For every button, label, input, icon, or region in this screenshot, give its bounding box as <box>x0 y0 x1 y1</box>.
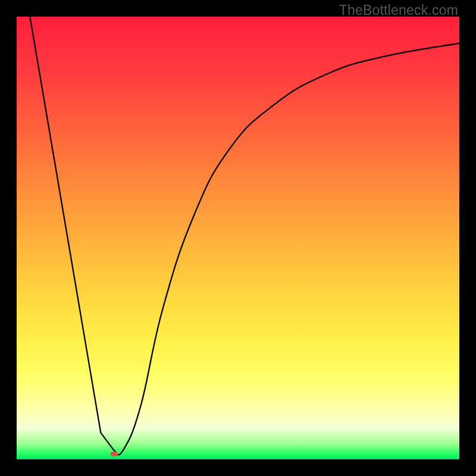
plot-area <box>17 17 459 459</box>
chart-frame: TheBottleneck.com <box>0 0 476 476</box>
curve-svg <box>17 17 459 459</box>
watermark-text: TheBottleneck.com <box>339 2 458 18</box>
bottleneck-curve <box>30 17 459 455</box>
minimum-marker <box>110 452 118 456</box>
